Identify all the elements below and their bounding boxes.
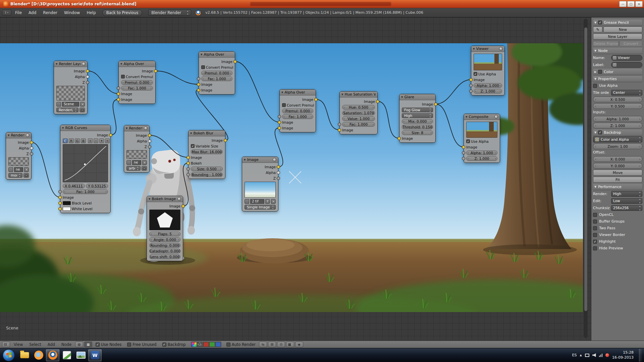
threshold-0-150-field[interactable]: ‹Threshold: 0.150› — [402, 125, 433, 129]
panel-header-node[interactable]: ▼Node — [593, 48, 642, 54]
y-0-53125-field[interactable]: Y 0.53125 — [86, 184, 108, 188]
image-input-socket[interactable] — [469, 78, 473, 81]
increment-icon[interactable]: › — [178, 243, 179, 247]
image-output-socket[interactable] — [148, 134, 151, 137]
panel-header-color[interactable]: ▶Color — [593, 69, 642, 75]
collapse-icon[interactable]: ▼ — [190, 132, 192, 135]
slider-decrement-icon[interactable]: ‹ — [595, 117, 596, 120]
collapse-icon[interactable]: ▼ — [281, 91, 283, 94]
image-output-socket[interactable] — [109, 133, 112, 137]
auto-render-checkbox[interactable]: Auto Render — [226, 342, 256, 347]
node-header[interactable]: ▼Viewer — [471, 46, 504, 52]
z-1-000-input-socket[interactable] — [469, 89, 473, 93]
image-input-socket[interactable] — [278, 126, 281, 130]
size-8-field[interactable]: ‹Size: 8› — [402, 130, 433, 135]
network-tray-icon[interactable] — [599, 353, 603, 357]
node-checkbox[interactable]: ✓ — [474, 72, 477, 76]
tree-type-material-button[interactable]: ◍ — [75, 342, 83, 347]
node-alpha-over-2[interactable]: ▼Alpha OverImageConvert Premul‹Premul: 0… — [199, 51, 235, 95]
increment-icon[interactable]: › — [499, 89, 501, 93]
rounding-0-000-field[interactable]: ‹Rounding: 0.000› — [149, 243, 180, 248]
fac-1-000-input-socket[interactable] — [58, 190, 62, 193]
decrement-icon[interactable]: ‹ — [475, 89, 476, 93]
increment-icon[interactable]: › — [220, 150, 221, 153]
lens-shift-0-000-field[interactable]: ‹Lens shift: 0.000› — [149, 254, 180, 259]
increment-icon[interactable]: › — [178, 255, 179, 258]
saturation-1-070-field[interactable]: ‹Saturation: 1.070› — [342, 111, 375, 115]
new-layer-button[interactable]: New Layer — [593, 34, 642, 40]
x-0-500-slider[interactable]: ‹X: 0.500› — [593, 97, 642, 102]
renderlayer-dropdown[interactable]: RenderLayer — [56, 108, 78, 112]
taskbar-blender-button[interactable] — [46, 349, 59, 361]
taskbar-pencil-app-button[interactable] — [60, 349, 73, 361]
node-checkbox[interactable] — [121, 75, 125, 78]
taskbar-explorer-button[interactable] — [18, 349, 31, 361]
image-input-socket[interactable] — [117, 98, 120, 101]
increment-icon[interactable]: › — [220, 167, 221, 170]
fog-glow-dropdown[interactable]: Fog Glow — [402, 108, 433, 112]
curve-editor[interactable] — [63, 144, 108, 182]
menu-view[interactable]: View — [11, 342, 25, 348]
collapse-icon[interactable]: ▼ — [56, 63, 57, 65]
menu-file[interactable]: File — [12, 9, 25, 16]
display-tray-icon[interactable] — [585, 354, 589, 357]
decrement-icon[interactable]: ‹ — [283, 109, 285, 112]
highlight-checkbox[interactable]: ✓Highlight — [593, 239, 642, 244]
increment-icon[interactable]: › — [430, 125, 432, 128]
chunksiz-dropdown[interactable]: 256x256 — [611, 205, 642, 211]
datablock-icon[interactable] — [8, 167, 13, 172]
minimize-button[interactable]: — — [619, 1, 627, 7]
node-header[interactable]: ▼Render Layers — [54, 61, 87, 67]
delete-icon[interactable]: × — [105, 138, 110, 143]
node-header[interactable]: ▼Glare — [399, 94, 435, 100]
edit-dropdown[interactable]: Low — [611, 198, 642, 204]
image-input-socket[interactable] — [197, 88, 200, 92]
z-1-000-field[interactable]: ‹Z: 1.000› — [474, 89, 502, 94]
image-output-socket[interactable] — [181, 204, 185, 208]
fac-1-000-field[interactable]: ‹Fac: 1.000› — [63, 189, 108, 194]
name-field[interactable]: Viewer — [611, 55, 642, 61]
decrement-icon[interactable]: ‹ — [343, 117, 345, 120]
alpha-1-000-field[interactable]: ‹Alpha: 1.000› — [474, 83, 502, 88]
single-image-dropdown[interactable]: Single Image — [245, 205, 276, 209]
image-output-socket[interactable] — [277, 165, 280, 169]
buffer-groups-checkbox[interactable]: Buffer Groups — [593, 219, 642, 224]
panel-checkbox[interactable]: ✓ — [598, 130, 602, 134]
alpha-output-socket[interactable] — [277, 171, 280, 174]
image-input-socket[interactable] — [186, 156, 190, 159]
arboles-dropdown[interactable]: arboles — [126, 166, 141, 171]
node-checkbox[interactable]: ✓ — [191, 144, 195, 148]
backdrop-checkbox[interactable]: ✓ Backdrop — [162, 342, 186, 347]
viewer-border-checkbox[interactable]: Viewer Border — [593, 232, 642, 238]
fac-1-000-input-socket[interactable] — [278, 115, 281, 118]
render-engine-select[interactable]: Blender Render — [148, 9, 191, 16]
alpha-1-000-slider[interactable]: ‹Alpha: 1.000› — [593, 116, 642, 122]
collapse-icon[interactable]: ▼ — [149, 198, 150, 200]
decrement-icon[interactable]: ‹ — [203, 77, 204, 80]
value-1-000-field[interactable]: ‹Value: 1.000› — [342, 116, 375, 121]
black-level-input-socket[interactable] — [58, 201, 62, 205]
color-swatch[interactable] — [63, 201, 71, 205]
node-bokeh-blur[interactable]: ▼Bokeh BlurImage✓Variable Size‹Max Blur:… — [188, 130, 225, 179]
white-level-input-socket[interactable] — [58, 207, 62, 210]
z-output-socket[interactable] — [30, 152, 33, 156]
image-output-socket[interactable] — [86, 69, 89, 73]
size-0-500-input-socket[interactable] — [186, 167, 190, 171]
slider-decrement-icon[interactable]: ‹ — [595, 104, 596, 108]
fac-1-000-input-socket[interactable] — [197, 77, 200, 80]
slider-decrement-icon[interactable]: ‹ — [595, 157, 596, 161]
alpha-output-socket[interactable] — [86, 75, 89, 78]
node-bokeh-image[interactable]: ▼Bokeh ImageImage‹Flaps: 5›‹Angle: 0.000… — [147, 196, 183, 261]
new-button[interactable]: New — [603, 26, 642, 33]
decrement-icon[interactable]: ‹ — [122, 80, 124, 84]
decrement-icon[interactable]: ‹ — [343, 122, 345, 126]
node-header[interactable]: ▼Alpha Over — [119, 61, 155, 67]
node-header[interactable]: ▼Image — [242, 157, 278, 163]
channel-blue-button[interactable] — [215, 342, 221, 347]
increment-icon[interactable]: › — [150, 86, 152, 89]
decrement-icon[interactable]: ‹ — [64, 190, 65, 193]
slider-increment-icon[interactable]: › — [639, 104, 640, 108]
premul-0-000-field[interactable]: ‹Premul: 0.000› — [282, 109, 313, 113]
increment-icon[interactable]: › — [150, 80, 152, 84]
layout-icon-button[interactable]: ◈ — [295, 342, 303, 347]
